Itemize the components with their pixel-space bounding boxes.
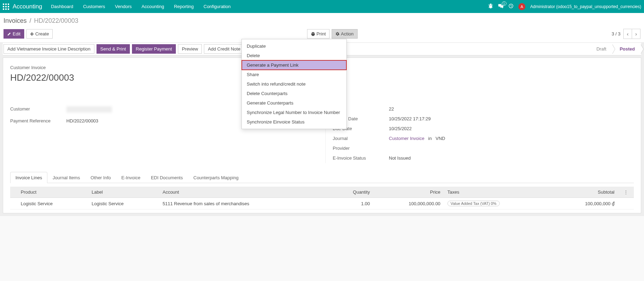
- th-subtotal[interactable]: Subtotal: [552, 187, 618, 198]
- pager-buttons: ‹ ›: [623, 29, 640, 39]
- action-switch-refund[interactable]: Switch into refund/credit note: [242, 79, 346, 89]
- pager: 3 / 3 ‹ ›: [612, 29, 640, 39]
- th-quantity[interactable]: Quantity: [330, 187, 373, 198]
- menu-vendors[interactable]: Vendors: [115, 4, 132, 9]
- chat-badge: 1: [502, 1, 506, 6]
- einvoice-value: Not Issued: [389, 155, 411, 161]
- th-taxes[interactable]: Taxes: [444, 187, 552, 198]
- journal-currency: VND: [436, 136, 445, 141]
- field-due-date: Due Date 10/25/2022: [333, 124, 634, 134]
- brand-title[interactable]: Accounting: [13, 3, 42, 10]
- kebab-icon[interactable]: ⋮: [622, 189, 630, 195]
- preview-button[interactable]: Preview: [178, 44, 202, 54]
- action-label: Action: [341, 31, 353, 36]
- journal-value: Customer Invoice in VND: [389, 136, 445, 141]
- create-label: Create: [35, 31, 49, 36]
- status-arrows: Draft Posted: [589, 44, 640, 54]
- td-kebab: [618, 198, 634, 209]
- topnav-right: 1 A Administrator (odoo15_to_paypal_unsu…: [488, 3, 641, 10]
- field-journal: Journal Customer Invoice in VND: [333, 134, 634, 143]
- action-dropdown: Duplicate Delete Generate a Payment Link…: [241, 39, 347, 129]
- th-account[interactable]: Account: [159, 187, 330, 198]
- action-generate-counterparts[interactable]: Generate Counterparts: [242, 98, 346, 108]
- user-label[interactable]: Administrator (odoo15_to_paypal_unsuppor…: [530, 4, 641, 9]
- action-share[interactable]: Share: [242, 70, 346, 79]
- invoice-lines-table: Product Label Account Quantity Price Tax…: [10, 187, 634, 209]
- avatar[interactable]: A: [518, 3, 525, 10]
- pager-next[interactable]: ›: [632, 29, 640, 39]
- breadcrumb-root[interactable]: Invoices: [4, 17, 27, 25]
- svg-rect-3: [3, 6, 4, 7]
- chat-icon[interactable]: 1: [498, 4, 504, 9]
- action-duplicate[interactable]: Duplicate: [242, 41, 346, 51]
- journal-link[interactable]: Customer Invoice: [389, 136, 424, 141]
- th-product[interactable]: Product: [17, 187, 88, 198]
- svg-rect-0: [3, 4, 4, 5]
- action-delete-counterparts[interactable]: Delete Counterparts: [242, 89, 346, 98]
- svg-rect-2: [8, 4, 9, 5]
- due-date-value: 10/25/2022: [389, 126, 412, 131]
- svg-rect-1: [5, 4, 7, 5]
- breadcrumb-separator: /: [29, 17, 31, 25]
- tab-other-info[interactable]: Other Info: [85, 172, 116, 183]
- action-button[interactable]: Action: [332, 29, 357, 39]
- print-button[interactable]: Print: [307, 29, 330, 39]
- toolbar-center: Print Action Duplicate Delete Generate a…: [307, 29, 358, 39]
- td-quantity: 1.00: [330, 198, 373, 209]
- tab-counterparts-mapping[interactable]: Counterparts Mapping: [188, 172, 244, 183]
- menu-customers[interactable]: Customers: [83, 4, 105, 9]
- status-draft[interactable]: Draft: [589, 44, 612, 54]
- pager-prev[interactable]: ‹: [624, 29, 632, 39]
- print-label: Print: [317, 31, 326, 36]
- action-generate-payment-link[interactable]: Generate a Payment Link: [242, 60, 346, 70]
- menu-reporting[interactable]: Reporting: [174, 4, 194, 9]
- bug-icon[interactable]: [488, 4, 493, 9]
- tab-journal-items[interactable]: Journal Items: [47, 172, 85, 183]
- menu-configuration[interactable]: Configuration: [204, 4, 231, 9]
- field-invoice-date: 22: [333, 104, 634, 114]
- svg-rect-5: [8, 6, 9, 7]
- th-price[interactable]: Price: [373, 187, 444, 198]
- apps-icon[interactable]: [3, 4, 9, 10]
- add-vietnamese-button[interactable]: Add Vietnamese Invoice Line Description: [4, 44, 94, 54]
- action-sync-legal-number[interactable]: Synchronize Legal Number to Invoice Numb…: [242, 108, 346, 117]
- svg-rect-7: [5, 8, 7, 10]
- tab-einvoice[interactable]: E-Invoice: [116, 172, 146, 183]
- status-posted[interactable]: Posted: [612, 44, 640, 54]
- right-col: 22 Posted Date 10/25/2022 17:17:29 Due D…: [325, 104, 634, 163]
- add-credit-note-button[interactable]: Add Credit Note: [204, 44, 244, 54]
- action-delete[interactable]: Delete: [242, 51, 346, 60]
- svg-rect-6: [3, 8, 4, 10]
- th-label[interactable]: Label: [88, 187, 159, 198]
- top-navigation: Accounting Dashboard Customers Vendors A…: [0, 0, 644, 13]
- action-sync-einvoice-status[interactable]: Synchronize Einvoice Status: [242, 117, 346, 127]
- menu-accounting[interactable]: Accounting: [141, 4, 164, 9]
- breadcrumb: Invoices / HD/2022/00003: [0, 13, 644, 27]
- send-print-button[interactable]: Send & Print: [97, 44, 130, 54]
- provider-label: Provider: [333, 146, 389, 151]
- field-einvoice-status: E-Invoice Status Not Issued: [333, 153, 634, 163]
- td-taxes: Value Added Tax (VAT) 0%: [444, 198, 552, 209]
- payment-ref-value: HD/2022/00003: [66, 118, 98, 123]
- create-button[interactable]: Create: [26, 29, 53, 39]
- toolbar-right: 3 / 3 ‹ ›: [612, 29, 640, 39]
- table-row[interactable]: Logistic Service Logistic Service 5111 R…: [10, 198, 634, 209]
- invoice-date-value: 22: [389, 106, 394, 112]
- edit-label: Edit: [13, 31, 20, 36]
- toolbar: Edit Create Print Action Duplicate Delet…: [0, 27, 644, 43]
- tab-invoice-lines[interactable]: Invoice Lines: [10, 172, 47, 183]
- clock-icon[interactable]: [509, 4, 513, 9]
- td-handle: [10, 198, 17, 209]
- register-payment-button[interactable]: Register Payment: [132, 44, 176, 54]
- posted-date-value: 10/25/2022 17:17:29: [389, 116, 431, 121]
- menu-dashboard[interactable]: Dashboard: [51, 4, 73, 9]
- field-posted-date: Posted Date 10/25/2022 17:17:29: [333, 114, 634, 124]
- table-header-row: Product Label Account Quantity Price Tax…: [10, 187, 634, 198]
- breadcrumb-current: HD/2022/00003: [34, 17, 78, 25]
- customer-blurred: [66, 106, 112, 113]
- einvoice-label: E-Invoice Status: [333, 155, 389, 161]
- field-provider: Provider: [333, 143, 634, 153]
- td-label: Logistic Service: [88, 198, 159, 209]
- edit-button[interactable]: Edit: [4, 29, 24, 39]
- tab-edi-documents[interactable]: EDI Documents: [146, 172, 188, 183]
